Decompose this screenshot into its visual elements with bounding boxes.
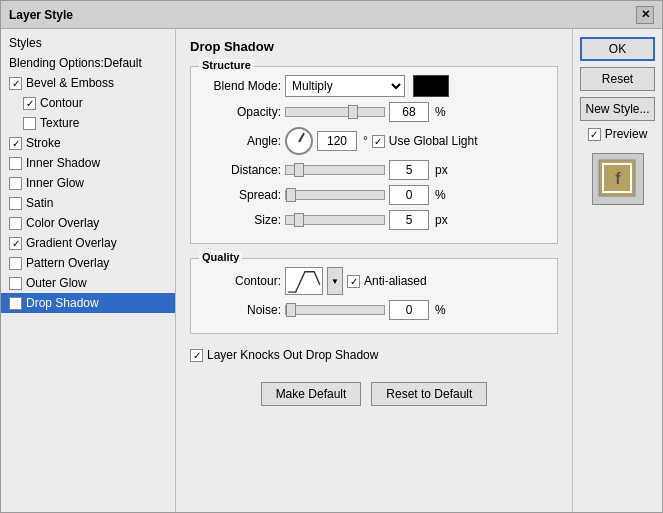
distance-unit: px xyxy=(435,163,448,177)
distance-input[interactable] xyxy=(389,160,429,180)
satin-checkbox[interactable] xyxy=(9,197,22,210)
opacity-slider[interactable] xyxy=(285,107,385,117)
drop-shadow-checkbox[interactable] xyxy=(9,297,22,310)
distance-label: Distance: xyxy=(201,163,281,177)
size-label: Size: xyxy=(201,213,281,227)
outer-glow-checkbox[interactable] xyxy=(9,277,22,290)
angle-input[interactable] xyxy=(317,131,357,151)
noise-slider[interactable] xyxy=(285,305,385,315)
sidebar-item-bevel-emboss[interactable]: Bevel & Emboss xyxy=(1,73,175,93)
quality-group: Quality Contour: ▼ Anti-aliased xyxy=(190,258,558,334)
contour-dropdown-button[interactable]: ▼ xyxy=(327,267,343,295)
spread-slider[interactable] xyxy=(285,190,385,200)
bevel-emboss-label: Bevel & Emboss xyxy=(26,76,114,90)
sidebar-item-inner-shadow[interactable]: Inner Shadow xyxy=(1,153,175,173)
use-global-light-label: Use Global Light xyxy=(389,134,478,148)
layer-knocks-checkbox[interactable] xyxy=(190,349,203,362)
preview-label: Preview xyxy=(605,127,648,141)
texture-checkbox[interactable] xyxy=(23,117,36,130)
preview-checkbox[interactable] xyxy=(588,128,601,141)
sidebar-item-pattern-overlay[interactable]: Pattern Overlay xyxy=(1,253,175,273)
size-input[interactable] xyxy=(389,210,429,230)
quality-label: Quality xyxy=(199,251,242,263)
contour-label: Contour: xyxy=(201,274,281,288)
inner-shadow-checkbox[interactable] xyxy=(9,157,22,170)
sidebar-item-styles[interactable]: Styles xyxy=(1,33,175,53)
inner-glow-checkbox[interactable] xyxy=(9,177,22,190)
color-overlay-checkbox[interactable] xyxy=(9,217,22,230)
sidebar-item-gradient-overlay[interactable]: Gradient Overlay xyxy=(1,233,175,253)
outer-glow-label: Outer Glow xyxy=(26,276,87,290)
svg-text:f: f xyxy=(615,170,621,187)
drop-shadow-title: Drop Shadow xyxy=(190,39,558,54)
sidebar-item-inner-glow[interactable]: Inner Glow xyxy=(1,173,175,193)
blend-color-swatch[interactable] xyxy=(413,75,449,97)
size-thumb[interactable] xyxy=(294,213,304,227)
new-style-button[interactable]: New Style... xyxy=(580,97,655,121)
gradient-overlay-label: Gradient Overlay xyxy=(26,236,117,250)
anti-aliased-row: Anti-aliased xyxy=(347,274,427,288)
spread-row: Spread: % xyxy=(201,185,547,205)
opacity-row: Opacity: % xyxy=(201,102,547,122)
angle-dial[interactable] xyxy=(285,127,313,155)
styles-label: Styles xyxy=(9,36,42,50)
reset-button[interactable]: Reset xyxy=(580,67,655,91)
stroke-checkbox[interactable] xyxy=(9,137,22,150)
blend-mode-select[interactable]: Multiply Normal Screen Overlay xyxy=(285,75,405,97)
anti-aliased-checkbox[interactable] xyxy=(347,275,360,288)
layer-knocks-label: Layer Knocks Out Drop Shadow xyxy=(207,348,378,362)
distance-slider[interactable] xyxy=(285,165,385,175)
blending-options-label: Blending Options:Default xyxy=(9,56,142,70)
contour-checkbox[interactable] xyxy=(23,97,36,110)
spread-input[interactable] xyxy=(389,185,429,205)
sidebar-item-outer-glow[interactable]: Outer Glow xyxy=(1,273,175,293)
distance-thumb[interactable] xyxy=(294,163,304,177)
bevel-emboss-checkbox[interactable] xyxy=(9,77,22,90)
opacity-label: Opacity: xyxy=(201,105,281,119)
preview-thumbnail: f xyxy=(592,153,644,205)
sidebar-item-blending-options[interactable]: Blending Options:Default xyxy=(1,53,175,73)
angle-unit: ° xyxy=(363,134,368,148)
preview-row: Preview xyxy=(588,127,648,141)
use-global-light-checkbox[interactable] xyxy=(372,135,385,148)
opacity-unit: % xyxy=(435,105,446,119)
gradient-overlay-checkbox[interactable] xyxy=(9,237,22,250)
right-panel: OK Reset New Style... Preview f xyxy=(572,29,662,512)
close-button[interactable]: ✕ xyxy=(636,6,654,24)
size-row: Size: px xyxy=(201,210,547,230)
contour-label: Contour xyxy=(40,96,83,110)
sidebar-item-contour[interactable]: Contour xyxy=(1,93,175,113)
sidebar-item-drop-shadow[interactable]: Drop Shadow xyxy=(1,293,175,313)
left-panel: Styles Blending Options:Default Bevel & … xyxy=(1,29,176,512)
sidebar-item-satin[interactable]: Satin xyxy=(1,193,175,213)
reset-to-default-button[interactable]: Reset to Default xyxy=(371,382,487,406)
center-panel: Drop Shadow Structure Blend Mode: Multip… xyxy=(176,29,572,512)
structure-label: Structure xyxy=(199,59,254,71)
contour-preview-svg xyxy=(286,268,322,294)
contour-row: Contour: ▼ Anti-aliased xyxy=(201,267,547,295)
noise-thumb[interactable] xyxy=(286,303,296,317)
size-slider[interactable] xyxy=(285,215,385,225)
make-default-button[interactable]: Make Default xyxy=(261,382,362,406)
pattern-overlay-checkbox[interactable] xyxy=(9,257,22,270)
spread-thumb[interactable] xyxy=(286,188,296,202)
sidebar-item-texture[interactable]: Texture xyxy=(1,113,175,133)
noise-input[interactable] xyxy=(389,300,429,320)
size-unit: px xyxy=(435,213,448,227)
stroke-label: Stroke xyxy=(26,136,61,150)
ok-button[interactable]: OK xyxy=(580,37,655,61)
sidebar-item-stroke[interactable]: Stroke xyxy=(1,133,175,153)
sidebar-item-color-overlay[interactable]: Color Overlay xyxy=(1,213,175,233)
noise-row: Noise: % xyxy=(201,300,547,320)
distance-row: Distance: px xyxy=(201,160,547,180)
satin-label: Satin xyxy=(26,196,53,210)
spread-unit: % xyxy=(435,188,446,202)
layer-knocks-row: Layer Knocks Out Drop Shadow xyxy=(190,348,558,362)
contour-preview[interactable] xyxy=(285,267,323,295)
pattern-overlay-label: Pattern Overlay xyxy=(26,256,109,270)
opacity-input[interactable] xyxy=(389,102,429,122)
layer-style-dialog: Layer Style ✕ Styles Blending Options:De… xyxy=(0,0,663,513)
opacity-thumb[interactable] xyxy=(348,105,358,119)
noise-unit: % xyxy=(435,303,446,317)
title-bar: Layer Style ✕ xyxy=(1,1,662,29)
